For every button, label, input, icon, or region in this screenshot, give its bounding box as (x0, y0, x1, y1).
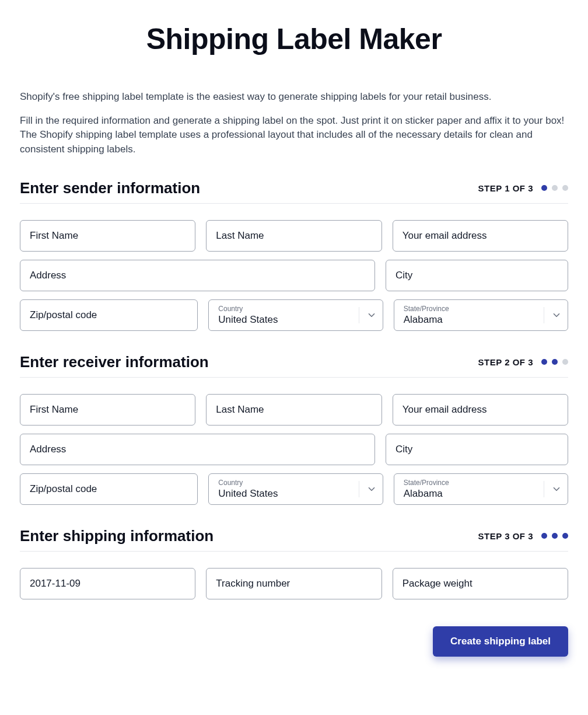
state-label: State/Province (404, 479, 449, 487)
page-title: Shipping Label Maker (20, 22, 568, 56)
sender-address-input[interactable]: Address (20, 260, 375, 291)
receiver-step-dots (541, 359, 568, 365)
receiver-last-name-input[interactable]: Last Name (206, 394, 382, 425)
receiver-first-name-input[interactable]: First Name (20, 394, 195, 425)
shipping-section: Enter shipping information STEP 3 OF 3 2… (20, 527, 568, 599)
shipping-step-label: STEP 3 OF 3 (478, 531, 533, 541)
placeholder-text: Zip/postal code (30, 483, 97, 495)
sender-country-select[interactable]: Country United States (208, 299, 383, 331)
sender-step-label: STEP 1 OF 3 (478, 183, 533, 193)
step-dot-2 (552, 359, 558, 365)
shipping-heading: Enter shipping information (20, 527, 214, 545)
intro-paragraph-2: Fill in the required information and gen… (20, 114, 568, 157)
placeholder-text: Your email address (402, 404, 487, 416)
placeholder-text: Tracking number (216, 578, 290, 590)
state-label: State/Province (404, 305, 449, 313)
placeholder-text: Address (30, 444, 66, 455)
country-value: United States (218, 488, 278, 500)
placeholder-text: Zip/postal code (30, 309, 97, 321)
shipping-section-header: Enter shipping information STEP 3 OF 3 (20, 527, 568, 552)
sender-step-indicator: STEP 1 OF 3 (478, 183, 568, 193)
sender-step-dots (541, 185, 568, 191)
package-weight-input[interactable]: Package weight (393, 568, 568, 599)
placeholder-text: Last Name (216, 230, 264, 242)
receiver-city-input[interactable]: City (386, 434, 568, 465)
sender-last-name-input[interactable]: Last Name (206, 220, 382, 252)
sender-email-input[interactable]: Your email address (393, 220, 568, 252)
tracking-number-input[interactable]: Tracking number (206, 568, 382, 599)
placeholder-text: Address (30, 270, 66, 281)
receiver-section: Enter receiver information STEP 2 OF 3 F… (20, 353, 568, 505)
receiver-state-select[interactable]: State/Province Alabama (394, 473, 568, 505)
chevron-down-icon (366, 310, 377, 320)
placeholder-text: City (396, 270, 412, 281)
chevron-down-icon (551, 484, 562, 494)
step-dot-1 (541, 185, 547, 191)
country-label: Country (218, 305, 278, 313)
step-dot-3 (562, 533, 568, 539)
placeholder-text: First Name (30, 404, 78, 416)
create-shipping-label-button[interactable]: Create shipping label (433, 626, 568, 657)
receiver-email-input[interactable]: Your email address (393, 394, 568, 425)
receiver-address-input[interactable]: Address (20, 434, 375, 465)
receiver-country-select[interactable]: Country United States (208, 473, 383, 505)
step-dot-3 (562, 359, 568, 365)
placeholder-text: City (396, 444, 412, 455)
receiver-heading: Enter receiver information (20, 353, 209, 371)
step-dot-2 (552, 533, 558, 539)
placeholder-text: Package weight (402, 578, 473, 590)
shipping-step-dots (541, 533, 568, 539)
intro-paragraph-1: Shopify's free shipping label template i… (20, 90, 568, 104)
chevron-down-icon (551, 310, 562, 320)
receiver-section-header: Enter receiver information STEP 2 OF 3 (20, 353, 568, 378)
step-dot-3 (562, 185, 568, 191)
sender-zip-input[interactable]: Zip/postal code (20, 299, 198, 331)
step-dot-1 (541, 359, 547, 365)
sender-state-select[interactable]: State/Province Alabama (394, 299, 568, 331)
chevron-down-icon (366, 484, 377, 494)
chevron-divider (359, 307, 377, 323)
country-label: Country (218, 479, 278, 487)
intro-block: Shopify's free shipping label template i… (20, 90, 568, 157)
sender-first-name-input[interactable]: First Name (20, 220, 195, 252)
receiver-step-label: STEP 2 OF 3 (478, 357, 533, 367)
shipping-date-input[interactable]: 2017-11-09 (20, 568, 195, 599)
state-value: Alabama (404, 488, 449, 500)
receiver-step-indicator: STEP 2 OF 3 (478, 357, 568, 367)
sender-section-header: Enter sender information STEP 1 OF 3 (20, 179, 568, 204)
step-dot-1 (541, 533, 547, 539)
country-value: United States (218, 314, 278, 326)
placeholder-text: Last Name (216, 404, 264, 416)
receiver-zip-input[interactable]: Zip/postal code (20, 473, 198, 505)
chevron-divider (359, 481, 377, 497)
sender-section: Enter sender information STEP 1 OF 3 Fir… (20, 179, 568, 331)
placeholder-text: Your email address (402, 230, 487, 242)
step-dot-2 (552, 185, 558, 191)
placeholder-text: First Name (30, 230, 78, 242)
chevron-divider (544, 481, 562, 497)
sender-heading: Enter sender information (20, 179, 200, 197)
sender-city-input[interactable]: City (386, 260, 568, 291)
shipping-step-indicator: STEP 3 OF 3 (478, 531, 568, 541)
submit-row: Create shipping label (20, 626, 568, 657)
state-value: Alabama (404, 314, 449, 326)
chevron-divider (544, 307, 562, 323)
date-value: 2017-11-09 (30, 578, 80, 590)
